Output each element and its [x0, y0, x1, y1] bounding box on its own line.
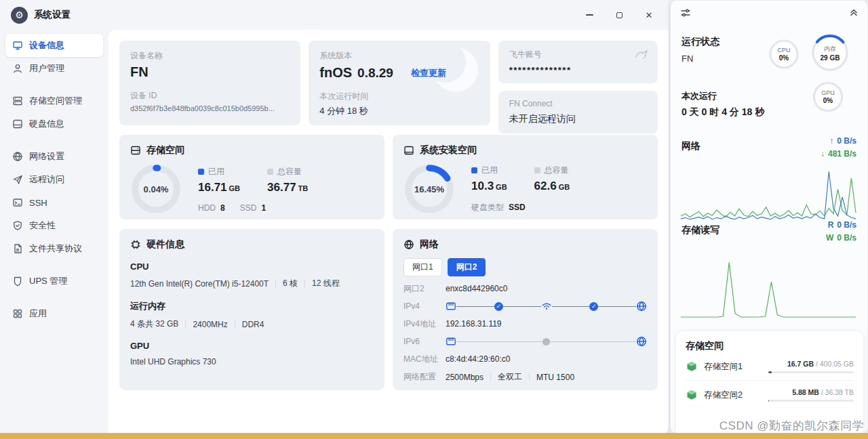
- uptime-value: 4 分钟 18 秒: [319, 105, 479, 117]
- titlebar: ⚙ 系统设置 ✕: [0, 0, 669, 30]
- volume-row-1[interactable]: 存储空间1 16.7 GB / 400.05 GB: [686, 352, 854, 380]
- panel-uptime-value: 0 天 0 时 4 分 18 秒: [682, 106, 764, 119]
- ipv6-link-diagram: [446, 336, 647, 347]
- document-icon: [12, 243, 23, 254]
- fn-connect-label: FN Connect: [509, 99, 647, 108]
- main-content: 设备名称 FN 设备 ID d352f6f7b3e848fba0039c8c01…: [108, 30, 669, 434]
- close-button[interactable]: ✕: [644, 10, 654, 20]
- sidebar-item-network-settings[interactable]: 网络设置: [5, 145, 103, 168]
- sidebar-item-label: UPS 管理: [29, 275, 67, 287]
- used-label: 已用: [208, 166, 224, 177]
- network-card: 网络 网口1 网口2 网口2 enxc8d442960c0 IPv4: [393, 229, 658, 390]
- account-value: **************: [509, 65, 647, 75]
- panel-collapse-button[interactable]: [848, 6, 859, 20]
- ram-frequency: 2400MHz: [193, 320, 227, 329]
- version-label: 系统版本: [319, 50, 479, 62]
- host-name: FN: [682, 54, 693, 64]
- system-card-title: 系统安装空间: [420, 144, 477, 156]
- fn-connect-card: FN Connect 未开启远程访问: [498, 91, 658, 133]
- sidebar-item-user-management[interactable]: 用户管理: [5, 57, 103, 80]
- sidebar-item-disk-info[interactable]: 硬盘信息: [5, 112, 103, 135]
- ipv4-label: IPv4: [403, 301, 446, 311]
- ssd-count: 1: [261, 203, 266, 213]
- sidebar-item-label: 用户管理: [29, 62, 64, 75]
- total-legend-swatch: [534, 167, 540, 173]
- device-name: FN: [130, 64, 290, 80]
- mtu-value: MTU 1500: [536, 373, 574, 382]
- sidebar-item-label: 网络设置: [29, 150, 64, 163]
- sidebar-item-file-sharing[interactable]: 文件共享协议: [5, 237, 103, 260]
- fn-connect-status: 未开启远程访问: [509, 113, 647, 125]
- volume-cube-icon: [686, 389, 698, 401]
- port-value: enxc8d442960c0: [446, 284, 507, 293]
- terminal-icon: [12, 197, 23, 208]
- panel-filter-button[interactable]: [680, 7, 691, 21]
- ssd-label: SSD: [240, 203, 257, 213]
- sidebar-item-apps[interactable]: 应用: [5, 302, 103, 325]
- sidebar-item-ups[interactable]: UPS 管理: [5, 270, 103, 293]
- person-icon: [12, 63, 23, 74]
- ups-shield-icon: [12, 276, 23, 287]
- desktop: ⚙ 系统设置 ✕ 设备信息 用户管理 存储空间管理: [0, 0, 868, 439]
- sidebar-item-security[interactable]: 安全性: [5, 214, 103, 237]
- minimize-button[interactable]: [585, 10, 594, 20]
- used-unit: GB: [229, 184, 241, 192]
- sidebar-item-remote-access[interactable]: 远程访问: [5, 168, 103, 191]
- double-chevron-up-icon: [848, 6, 859, 17]
- uptime-label: 本次运行时间: [319, 91, 479, 102]
- storage-percent: 0.04%: [130, 163, 182, 215]
- volume-progress-bar: [768, 400, 854, 402]
- network-traffic-chart: [680, 163, 856, 223]
- ethernet-port-icon: [446, 336, 456, 347]
- volume-total: / 400.05 GB: [814, 360, 854, 368]
- window-controls: ✕: [585, 10, 658, 20]
- sidebar-item-ssh[interactable]: SSH: [5, 191, 103, 214]
- tab-port2[interactable]: 网口2: [448, 258, 486, 276]
- sidebar-item-label: 安全性: [29, 220, 56, 232]
- link-speed: 2500Mbps: [446, 373, 484, 382]
- disk-type-value: SSD: [509, 203, 526, 212]
- sidebar-item-label: 设备信息: [29, 39, 64, 51]
- write-label: W: [826, 233, 833, 243]
- volume-name: 存储空间2: [704, 390, 762, 401]
- link-pending-dot: [542, 338, 550, 346]
- cpu-model: 12th Gen Intel(R) Core(TM) i5-12400T: [130, 279, 269, 289]
- panel-network-title: 网络: [682, 140, 701, 152]
- sidebar-item-label: 应用: [29, 308, 47, 320]
- panel-uptime-label: 本次运行: [682, 90, 717, 102]
- ram-size: 4 条共 32 GB: [130, 318, 178, 330]
- link-check-icon: ✓: [589, 302, 598, 311]
- maximize-button[interactable]: [614, 10, 624, 20]
- internet-globe-icon: [636, 301, 647, 312]
- volume-progress-bar: [768, 371, 854, 373]
- total-unit: TB: [298, 184, 309, 192]
- system-box-icon: [403, 145, 414, 156]
- system-install-card: 系统安装空间 16.45%: [393, 135, 658, 220]
- gpu-model: Intel UHD Graphics 730: [130, 357, 216, 367]
- ram-type: DDR4: [242, 320, 264, 329]
- tab-port1[interactable]: 网口1: [403, 258, 442, 276]
- version-card: 系统版本 fnOS 0.8.29 检查更新 本次运行时间 4 分钟 18 秒: [309, 41, 490, 125]
- device-card: 设备名称 FN 设备 ID d352f6f7b3e848fba0039c8c01…: [119, 41, 300, 125]
- storage-card-title: 存储空间: [146, 144, 184, 156]
- ram-label: 运行内存: [130, 300, 374, 312]
- account-card: 飞牛账号 **************: [498, 41, 658, 83]
- volume-row-2[interactable]: 存储空间2 5.88 MB / 36.38 TB: [686, 380, 854, 409]
- gpu-gauge-label: GPU: [821, 89, 835, 96]
- sidebar-item-label: 远程访问: [29, 173, 64, 186]
- globe-icon: [403, 239, 414, 250]
- used-value: 10.3: [471, 180, 494, 192]
- sidebar-item-label: SSH: [29, 198, 47, 208]
- panel-storage-title: 存储空间: [686, 340, 854, 352]
- storage-icon: [12, 96, 23, 106]
- total-value: 36.77: [267, 181, 296, 194]
- sidebar-item-device-info[interactable]: 设备信息: [5, 34, 103, 57]
- ipv4-link-diagram: ✓ ✓: [446, 301, 647, 312]
- system-donut: 16.45%: [403, 163, 455, 215]
- sidebar-item-storage-management[interactable]: 存储空间管理: [5, 89, 103, 112]
- storage-box-icon: [130, 145, 141, 156]
- volume-used: 5.88 MB: [792, 388, 819, 396]
- account-column: 飞牛账号 ************** FN Connect 未开启远程访问: [498, 41, 658, 125]
- gpu-gauge-value: 0%: [823, 97, 833, 104]
- check-update-button[interactable]: 检查更新: [411, 67, 446, 79]
